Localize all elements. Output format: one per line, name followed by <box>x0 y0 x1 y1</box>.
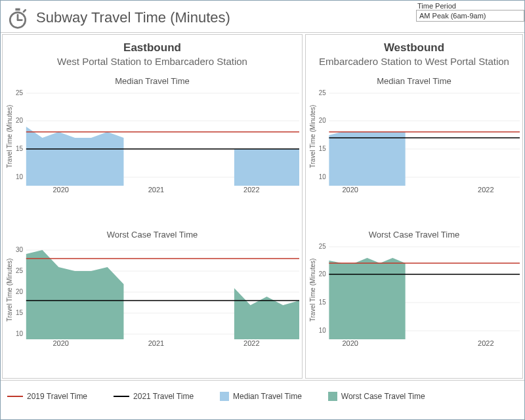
svg-text:10: 10 <box>16 173 23 180</box>
y-axis-label: Travel Time (Minutes) <box>308 241 316 339</box>
svg-text:10: 10 <box>319 173 326 180</box>
subplot-title: Worst Case Travel Time <box>308 230 520 240</box>
y-axis-label: Travel Time (Minutes) <box>5 241 13 339</box>
legend-item-worst: Worst Case Travel Time <box>328 392 425 401</box>
subplot-westbound-median: Median Travel Time Travel Time (Minutes)… <box>306 71 522 224</box>
panel-head-westbound: Westbound Embarcadero Station to West Po… <box>306 35 522 71</box>
chart-westbound-median: 10 15 20 25 <box>316 87 520 186</box>
svg-rect-3 <box>15 9 20 11</box>
svg-text:20: 20 <box>16 117 23 124</box>
panels-row: Eastbound West Portal Station to Embarca… <box>1 32 524 380</box>
direction-label: Westbound <box>310 41 518 54</box>
time-period-filter: Time Period AM Peak (6am-9am) <box>416 2 524 22</box>
subplot-title: Median Travel Time <box>5 76 299 86</box>
legend-item-2021: 2021 Travel Time <box>114 392 194 401</box>
y-axis-label: Travel Time (Minutes) <box>308 87 316 186</box>
y-axis-label: Travel Time (Minutes) <box>5 87 13 186</box>
svg-text:15: 15 <box>319 145 326 152</box>
chart-eastbound-median: 10 15 20 25 <box>13 87 299 186</box>
time-period-label: Time Period <box>416 2 524 10</box>
svg-text:30: 30 <box>16 246 23 253</box>
chart-eastbound-worst: 10 15 20 25 30 <box>13 241 299 339</box>
svg-text:20: 20 <box>319 270 326 278</box>
svg-text:25: 25 <box>16 267 23 274</box>
swatch-green <box>328 392 337 401</box>
x-axis-ticks: 2020 2021 2022 <box>13 186 299 194</box>
svg-line-4 <box>24 10 26 12</box>
subplot-westbound-worst: Worst Case Travel Time Travel Time (Minu… <box>306 224 522 378</box>
swatch-blue <box>220 392 229 401</box>
direction-label: Eastbound <box>7 41 298 54</box>
svg-text:10: 10 <box>319 327 326 334</box>
subplot-title: Worst Case Travel Time <box>5 230 299 240</box>
x-axis-ticks: 2020 2021 2022 <box>13 339 299 347</box>
route-label: West Portal Station to Embarcadero Stati… <box>7 56 298 67</box>
subplot-eastbound-median: Median Travel Time Travel Time (Minutes)… <box>3 71 302 224</box>
subplot-title: Median Travel Time <box>308 76 520 86</box>
legend-item-2019: 2019 Travel Time <box>7 392 87 401</box>
page-title: Subway Travel Time (Minutes) <box>36 9 230 26</box>
legend-item-median: Median Travel Time <box>220 392 302 401</box>
panel-head-eastbound: Eastbound West Portal Station to Embarca… <box>3 35 302 71</box>
svg-text:10: 10 <box>16 330 23 337</box>
legend: 2019 Travel Time 2021 Travel Time Median… <box>1 380 524 408</box>
subplot-eastbound-worst: Worst Case Travel Time Travel Time (Minu… <box>3 224 302 378</box>
chart-westbound-worst: 10 15 20 25 <box>316 241 520 339</box>
stopwatch-icon <box>6 6 30 30</box>
svg-text:15: 15 <box>16 145 23 152</box>
x-axis-ticks: 2020 2022 <box>316 339 520 347</box>
header: Subway Travel Time (Minutes) Time Period… <box>1 1 524 32</box>
x-axis-ticks: 2020 2022 <box>316 186 520 194</box>
svg-text:25: 25 <box>319 89 326 96</box>
line-swatch-red <box>7 396 23 397</box>
svg-text:20: 20 <box>16 288 23 295</box>
svg-text:15: 15 <box>319 299 326 306</box>
svg-text:20: 20 <box>319 117 326 124</box>
time-period-select[interactable]: AM Peak (6am-9am) <box>416 10 524 22</box>
route-label: Embarcadero Station to West Portal Stati… <box>310 56 518 67</box>
svg-text:25: 25 <box>16 89 23 96</box>
panel-eastbound: Eastbound West Portal Station to Embarca… <box>2 34 303 379</box>
line-swatch-black <box>114 396 129 397</box>
svg-text:15: 15 <box>16 309 23 316</box>
panel-westbound: Westbound Embarcadero Station to West Po… <box>305 34 523 379</box>
svg-text:25: 25 <box>319 243 326 250</box>
